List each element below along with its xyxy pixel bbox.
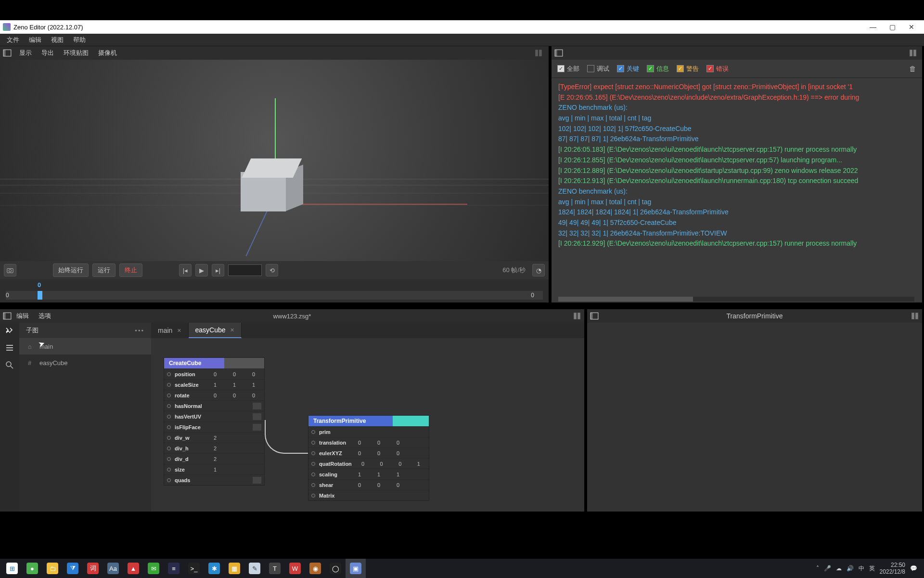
input-port-icon[interactable] xyxy=(311,494,315,498)
viewport-3d[interactable] xyxy=(0,60,549,261)
node-param[interactable]: translation000 xyxy=(308,437,429,447)
tab-easycube[interactable]: easyCube × xyxy=(189,323,242,338)
node-graph[interactable]: CreateCube position000scaleSize111rotate… xyxy=(151,338,584,512)
input-port-icon[interactable] xyxy=(311,483,315,487)
minimize-button[interactable]: — xyxy=(863,20,883,34)
node-param[interactable]: scaleSize111 xyxy=(164,379,264,390)
node-param[interactable]: div_d2 xyxy=(164,453,264,464)
filter-all[interactable]: ✓全部 xyxy=(557,65,579,73)
system-tray[interactable]: ˄ 🎤 ☁ 🔊 中 英 22:50 2022/12/8 💬 xyxy=(811,562,922,576)
clock-button[interactable]: ◔ xyxy=(532,264,545,276)
always-run-button[interactable]: 始终运行 xyxy=(53,263,89,277)
filter-debug[interactable]: 调试 xyxy=(587,65,609,73)
stop-button[interactable]: 终止 xyxy=(119,263,142,277)
taskbar-app[interactable]: Aa xyxy=(103,559,123,578)
param-value[interactable]: 2 xyxy=(207,435,223,441)
taskbar-wps[interactable]: W xyxy=(285,559,305,578)
taskbar-app[interactable]: ✱ xyxy=(204,559,224,578)
input-port-icon[interactable] xyxy=(167,404,171,408)
play-button[interactable]: ▶ xyxy=(195,264,208,276)
timeline-playhead[interactable] xyxy=(38,291,42,300)
panel-icon[interactable] xyxy=(3,49,12,57)
param-value[interactable]: 2 xyxy=(207,456,223,462)
skip-back-button[interactable]: |◂ xyxy=(179,264,192,276)
taskbar-explorer[interactable]: 🗀 xyxy=(42,559,63,578)
node-param[interactable]: quatRotation0001 xyxy=(308,458,429,469)
param-value[interactable]: 0 xyxy=(207,371,223,377)
param-value[interactable]: 0 xyxy=(352,450,367,456)
timeline[interactable]: 0 0 0 xyxy=(0,279,549,302)
node-title[interactable]: CreateCube xyxy=(164,358,264,368)
node-param[interactable]: div_h2 xyxy=(164,443,264,453)
log-panel-icon[interactable] xyxy=(554,49,563,57)
ned-menu-opts[interactable]: 选项 xyxy=(34,312,56,320)
tab-close-icon[interactable]: × xyxy=(177,327,181,334)
input-port-icon[interactable] xyxy=(167,383,171,387)
input-port-icon[interactable] xyxy=(311,451,315,455)
taskbar-obs[interactable]: ◯ xyxy=(325,559,346,578)
filter-warn[interactable]: ✓警告 xyxy=(677,65,699,73)
param-value[interactable]: 1 xyxy=(207,467,223,473)
tray-chevron-icon[interactable]: ˄ xyxy=(816,565,819,572)
timeline-track[interactable] xyxy=(6,291,543,300)
maximize-button[interactable]: ▢ xyxy=(883,20,902,34)
param-value[interactable]: 1 xyxy=(371,472,386,477)
param-value[interactable]: 1 xyxy=(352,472,367,477)
filter-error[interactable]: ✓错误 xyxy=(706,65,729,73)
param-value[interactable]: 1 xyxy=(207,382,223,388)
sidebar-graph-icon[interactable] xyxy=(5,326,14,335)
tree-item-main[interactable]: ⌂ main xyxy=(19,338,151,355)
input-port-icon[interactable] xyxy=(167,415,171,419)
tree-more-icon[interactable]: ••• xyxy=(135,327,144,334)
input-port-icon[interactable] xyxy=(167,425,171,429)
sidebar-list-icon[interactable] xyxy=(5,343,14,353)
run-button[interactable]: 运行 xyxy=(92,263,116,277)
taskbar-app[interactable]: 词 xyxy=(83,559,103,578)
node-createcube[interactable]: CreateCube position000scaleSize111rotate… xyxy=(164,357,265,486)
node-param[interactable]: quads xyxy=(164,474,264,485)
param-value[interactable]: 0 xyxy=(246,371,261,377)
param-value[interactable]: 0 xyxy=(352,482,367,488)
taskbar-app[interactable]: ≡ xyxy=(164,559,184,578)
input-port-icon[interactable] xyxy=(311,462,315,466)
param-value[interactable]: 0 xyxy=(227,371,242,377)
param-value[interactable]: 0 xyxy=(371,440,386,446)
taskbar-notepad[interactable]: ✎ xyxy=(244,559,265,578)
vp-camera[interactable]: 摄像机 xyxy=(93,49,122,57)
vp-settings-icon[interactable] xyxy=(534,49,543,57)
param-value[interactable]: 2 xyxy=(207,446,223,451)
node-param[interactable]: isFlipFace xyxy=(164,421,264,432)
node-param[interactable]: div_w2 xyxy=(164,432,264,443)
param-value[interactable]: 1 xyxy=(390,472,406,477)
tray-notification-icon[interactable]: 💬 xyxy=(910,565,917,572)
log-settings-icon[interactable] xyxy=(909,49,917,57)
param-toggle[interactable] xyxy=(253,424,261,431)
input-port-icon[interactable] xyxy=(167,447,171,450)
menu-file[interactable]: 文件 xyxy=(2,36,24,44)
sidebar-search-icon[interactable] xyxy=(5,360,14,370)
taskbar-vscode[interactable]: ⧩ xyxy=(63,559,83,578)
ned-panel-icon[interactable] xyxy=(3,312,12,320)
node-title[interactable]: TransformPrimitive xyxy=(308,416,429,426)
param-value[interactable]: 0 xyxy=(393,461,408,467)
param-value[interactable]: 0 xyxy=(352,440,367,446)
taskbar-zeno[interactable]: ▣ xyxy=(346,559,366,578)
ned-menu-edit[interactable]: 编辑 xyxy=(12,312,34,320)
param-toggle[interactable] xyxy=(253,477,261,484)
tray-ime1[interactable]: 中 xyxy=(859,565,864,573)
taskbar-app[interactable]: ◉ xyxy=(305,559,325,578)
node-param[interactable]: position000 xyxy=(164,368,264,379)
tree-item-easycube[interactable]: # easyCube xyxy=(19,355,151,371)
node-param[interactable]: rotate000 xyxy=(164,390,264,400)
taskbar-app[interactable]: ● xyxy=(22,559,42,578)
vp-display[interactable]: 显示 xyxy=(14,49,37,57)
input-port-icon[interactable] xyxy=(167,372,171,376)
skip-fwd-button[interactable]: ▸| xyxy=(212,264,224,276)
param-value[interactable]: 0 xyxy=(390,482,406,488)
param-value[interactable]: 1 xyxy=(411,461,426,467)
param-value[interactable]: 0 xyxy=(227,393,242,398)
param-toggle[interactable] xyxy=(253,403,261,409)
close-button[interactable]: ✕ xyxy=(902,20,921,34)
filter-key[interactable]: ✓关键 xyxy=(617,65,639,73)
tray-ime2[interactable]: 英 xyxy=(869,565,875,573)
